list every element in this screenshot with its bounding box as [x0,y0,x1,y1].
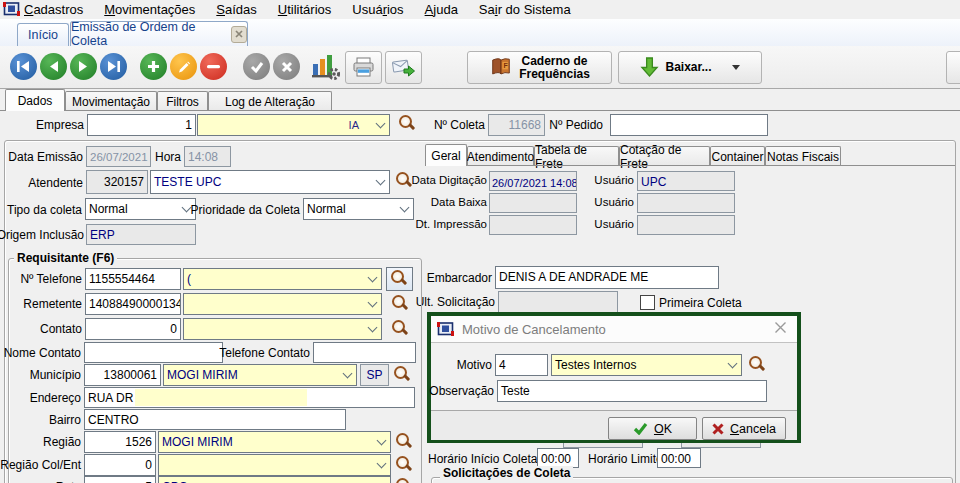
tab-dados[interactable]: Dados [5,89,65,111]
tab-movimentacao[interactable]: Movimentação [65,91,157,111]
statistics-chart-icon[interactable] [311,52,340,83]
primeira-coleta-label: Primeira Coleta [659,296,742,310]
regiao-colent-code-field[interactable]: 0 [84,454,156,476]
rota-combo[interactable]: CPQ [158,476,391,483]
observacao-field[interactable]: Teste [497,380,767,402]
menu-item-utilitarios[interactable]: Utilitários [278,2,331,17]
regiao-code-field[interactable]: 1526 [84,431,156,453]
tab-notas-fiscais[interactable]: Notas Fiscais [765,146,841,166]
cancela-button[interactable]: Cancela [702,417,786,440]
contato-combo[interactable] [183,318,382,340]
chevron-down-icon[interactable] [368,323,378,333]
menu-bar: Cadastros Movimentações Saídas Utilitári… [0,0,960,20]
remetente-combo[interactable] [183,293,382,315]
tab-filtros[interactable]: Filtros [157,91,208,111]
cancel-button[interactable] [273,53,300,80]
menu-item-usuarios[interactable]: Usuários [352,2,403,17]
primeira-coleta-checkbox[interactable] [640,295,655,310]
print-button[interactable] [345,51,382,84]
prioridade-combo[interactable]: Normal [303,198,414,220]
confirm-button[interactable] [243,53,270,80]
chevron-down-icon[interactable] [343,369,353,379]
telefone-search-button[interactable] [386,267,413,291]
remetente-search-icon[interactable] [390,294,411,315]
remetente-field[interactable]: 14088490000134 [85,293,181,315]
send-button[interactable] [385,51,422,84]
tab-container[interactable]: Container [710,146,765,166]
contato-field[interactable]: 0 [85,318,181,340]
telefone-contato-label: Telefone Contato [219,346,310,360]
menu-item-movimentacoes[interactable]: Movimentações [104,2,195,17]
atendente-combo[interactable]: TESTE UPC [150,170,390,194]
tipo-coleta-label: Tipo da coleta [7,203,82,217]
regiao-search-icon[interactable] [394,432,415,453]
tab-geral[interactable]: Geral [425,144,467,166]
endereco-label: Endereço [30,391,81,405]
rota-code-field[interactable]: 5 [84,476,156,483]
chevron-down-icon[interactable] [377,436,387,446]
next-record-button[interactable] [70,53,97,80]
close-tab-icon[interactable] [231,26,247,43]
empresa-combo[interactable]: IA [197,114,390,136]
chevron-down-icon[interactable] [368,273,378,283]
chevron-down-icon[interactable] [377,459,387,469]
endereco-field[interactable]: RUA DR [84,387,415,408]
caderno-frequencias-button[interactable]: F Caderno deFrequências [467,51,612,84]
empresa-code-field[interactable]: 1 [87,114,196,136]
municipio-combo[interactable]: MOGI MIRIM [163,364,357,386]
npedido-field[interactable] [610,114,768,136]
dialog-close-icon[interactable] [774,321,787,337]
partial-right-button[interactable] [946,51,960,84]
horario-limite-field[interactable]: 00:00 [657,448,701,468]
baixar-button[interactable]: Baixar... [618,51,762,84]
municipio-search-icon[interactable] [392,365,413,386]
dropdown-caret-icon[interactable] [732,65,740,70]
chevron-down-icon[interactable] [368,298,378,308]
tab-cotacao-frete[interactable]: Cotação de Frete [619,146,710,166]
menu-item-sair[interactable]: Sair do Sistema [479,2,571,17]
tipo-coleta-combo[interactable]: Normal [85,198,196,220]
previous-record-button[interactable] [40,53,67,80]
regiao-colent-search-icon[interactable] [394,455,415,476]
add-record-button[interactable] [140,53,167,80]
first-record-button[interactable] [10,53,37,80]
regiao-colent-combo[interactable] [158,454,391,476]
chevron-down-icon[interactable] [376,176,386,186]
ok-button[interactable]: OK [608,417,697,440]
motivo-combo[interactable]: Testes Internos [551,354,742,376]
contato-search-icon[interactable] [390,319,411,340]
menu-item-cadastros[interactable]: Cadastros [24,2,83,17]
municipio-code-field[interactable]: 13800061 [84,364,161,386]
tab-tabela-frete[interactable]: Tabela de Frete [534,146,619,166]
dialog-title-bar[interactable]: Motivo de Cancelamento [431,316,797,343]
edit-record-button[interactable] [170,53,197,80]
bairro-field[interactable]: CENTRO [84,409,346,430]
telefone-field[interactable]: 1155554464 [85,268,181,290]
printer-icon [352,57,375,78]
tab-atendimento[interactable]: Atendimento [467,146,534,166]
regiao-combo[interactable]: MOGI MIRIM [158,431,391,453]
menu-item-ajuda[interactable]: Ajuda [425,2,458,17]
tab-inicio[interactable]: Início [17,23,69,46]
tab-emissao-ordem-coleta[interactable]: Emissão de Ordem de Coleta [70,21,248,46]
last-record-button[interactable] [100,53,127,80]
usuario1-label: Usuário [594,174,634,186]
tab-log-alteracao[interactable]: Log de Alteração [208,91,332,111]
atendente-code-field[interactable]: 320157 [86,170,148,194]
motivo-search-icon[interactable] [747,355,768,376]
chevron-down-icon[interactable] [376,119,386,129]
chevron-down-icon[interactable] [400,203,410,213]
delete-record-button[interactable] [200,53,227,80]
rota-search-icon[interactable] [394,477,415,483]
embarcador-field[interactable]: DENIS A DE ANDRADE ME [495,266,719,289]
telefone-contato-field[interactable] [313,342,416,363]
telefone-combo[interactable]: ( [183,268,382,290]
motivo-code-field[interactable]: 4 [495,354,548,376]
menu-item-saidas[interactable]: Saídas [216,2,256,17]
nome-contato-field[interactable] [84,342,223,363]
empresa-search-icon[interactable] [397,114,418,135]
data-emissao-label: Data Emissão [8,150,83,164]
horario-inicio-field[interactable]: 00:00 [537,448,579,468]
chevron-down-icon[interactable] [728,359,738,369]
data-baixa-field [489,193,577,213]
